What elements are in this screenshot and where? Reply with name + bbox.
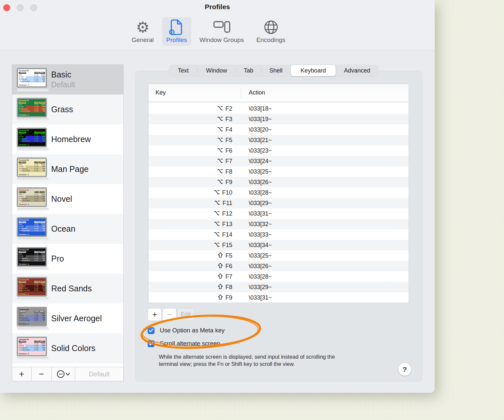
option-key-icon [214, 221, 220, 226]
tab-tab[interactable]: Tab [236, 65, 261, 76]
thumbnail-reflection [17, 238, 49, 241]
shortcut-table-row[interactable]: F9 \033[31~ [149, 292, 409, 303]
shortcut-table-row[interactable]: F14 \033[33~ [149, 229, 409, 240]
profile-list-item-solid-colors[interactable]: Terminal3# COMMAND %CPU RPRVT top 4.1% 2… [12, 333, 123, 363]
shift-key-icon [218, 284, 223, 289]
shortcut-key-cell: F15 [149, 242, 241, 249]
scroll-alternate-screen-row: Scroll alternate screen [148, 340, 220, 347]
profile-thumbnail: Terminal3# COMMAND %CPU RPRVT top 4.1% 2… [17, 247, 47, 270]
shortcut-table-row[interactable]: F5 \033[25~ [149, 250, 409, 261]
shortcut-table-row[interactable]: F15 \033[34~ [149, 240, 409, 250]
shortcut-table-row[interactable]: F13 \033[32~ [149, 219, 409, 229]
shortcut-key-cell: F5 [149, 252, 241, 259]
shift-key-icon [218, 263, 223, 268]
use-option-as-meta-key-checkbox[interactable] [148, 327, 155, 334]
more-options-button[interactable] [52, 367, 75, 381]
tab-window[interactable]: Window [198, 65, 236, 76]
profile-thumbnail: Terminal3# COMMAND %CPU RPRVT top 4.1% 2… [17, 158, 47, 181]
option-key-icon [217, 148, 223, 153]
keyboard-shortcut-table: Key Action F2 \033[18~ F3 \033[19~ F4 \0… [148, 84, 409, 303]
tab-shell[interactable]: Shell [262, 65, 290, 76]
shortcut-key-cell: F8 [149, 168, 241, 175]
profile-list-item-pro[interactable]: Terminal3# COMMAND %CPU RPRVT top 4.1% 2… [12, 244, 123, 274]
thumbnail-reflection [17, 297, 49, 300]
shortcut-action-cell: \033[20~ [241, 126, 272, 133]
profile-list-item-basic[interactable]: Terminal3# COMMAND %CPU RPRVT top 4.1% 2… [12, 65, 123, 94]
checkmark-icon [149, 329, 153, 332]
tab-advanced[interactable]: Advanced [336, 65, 378, 76]
shortcut-table-row[interactable]: F3 \033[19~ [149, 114, 409, 124]
shortcut-table-row[interactable]: F4 \033[20~ [149, 124, 409, 135]
toolbar-item-encodings[interactable]: Encodings [252, 17, 290, 46]
toolbar-item-general[interactable]: ⚙ General [127, 17, 158, 46]
shortcut-key-cell: F6 [149, 147, 241, 154]
remove-profile-button[interactable]: − [32, 367, 52, 381]
shortcut-key-cell: F10 [149, 189, 241, 196]
column-header-action[interactable]: Action [249, 89, 265, 96]
thumbnail-reflection [17, 267, 49, 270]
shortcut-table-row[interactable]: F10 \033[28~ [149, 187, 409, 198]
shortcut-table-row[interactable]: F7 \033[28~ [149, 271, 409, 282]
shortcut-table-row[interactable]: F8 \033[29~ [149, 282, 409, 292]
toolbar-item-profiles[interactable]: ⚙ Profiles [162, 17, 191, 46]
alternate-screen-description: While the alternate screen is displayed,… [159, 353, 335, 368]
shortcut-table-row[interactable]: F7 \033[24~ [149, 156, 409, 166]
add-shortcut-button[interactable]: + [148, 308, 162, 321]
column-divider[interactable] [241, 88, 241, 97]
shortcut-action-cell: \033[26~ [241, 263, 272, 270]
shortcut-action-cell: \033[31~ [241, 210, 272, 217]
thumbnail-reflection [17, 327, 49, 330]
shortcut-table-row[interactable]: F5 \033[21~ [149, 135, 409, 145]
shortcut-list-buttons: + − Edit [148, 308, 195, 321]
thumbnail-reflection [17, 88, 49, 91]
profile-list-item-novel[interactable]: Terminal3# COMMAND %CPU RPRVT top 4.1% 2… [12, 184, 123, 214]
shortcut-action-cell: \033[34~ [241, 242, 272, 249]
shortcut-action-cell: \033[28~ [241, 273, 272, 280]
option-key-icon [217, 137, 223, 142]
shortcut-key-cell: F9 [149, 294, 241, 301]
shortcut-action-cell: \033[18~ [241, 105, 272, 112]
option-key-icon [214, 211, 220, 216]
profile-list-item-silver-aerogel[interactable]: Terminal3# COMMAND %CPU RPRVT top 4.1% 2… [12, 304, 123, 333]
remove-shortcut-button[interactable]: − [162, 308, 177, 321]
profile-list-item-grass[interactable]: Terminal3# COMMAND %CPU RPRVT top 4.1% 2… [12, 94, 123, 124]
shortcut-table-row[interactable]: F2 \033[18~ [149, 103, 409, 114]
option-key-icon [214, 242, 220, 247]
shortcut-table-row[interactable]: F6 \033[23~ [149, 145, 409, 156]
toolbar-item-window-groups[interactable]: Window Groups [195, 17, 248, 46]
edit-shortcut-button[interactable]: Edit [177, 308, 194, 321]
question-mark-icon: ? [403, 366, 407, 373]
tab-keyboard[interactable]: Keyboard [291, 65, 336, 76]
default-profile-button[interactable]: Default [75, 367, 123, 381]
help-button[interactable]: ? [398, 363, 411, 376]
option-key-icon [217, 169, 223, 174]
shortcut-table-row[interactable]: F9 \033[26~ [149, 177, 409, 187]
tab-text[interactable]: Text [169, 65, 197, 76]
window-groups-icon [213, 19, 230, 35]
profile-name: Novel [51, 194, 72, 204]
profile-name: Silver Aerogel [51, 314, 102, 323]
shortcut-key-cell: F5 [149, 137, 241, 144]
profile-list-item-homebrew[interactable]: Terminal3# COMMAND %CPU RPRVT top 4.1% 2… [12, 124, 123, 154]
profile-list: Terminal3# COMMAND %CPU RPRVT top 4.1% 2… [12, 64, 124, 367]
shortcut-key-cell: F14 [149, 231, 241, 238]
shortcut-table-row[interactable]: F8 \033[25~ [149, 166, 409, 177]
shortcut-action-cell: \033[32~ [241, 221, 272, 228]
shortcut-key-cell: F7 [149, 158, 241, 165]
option-key-icon [214, 232, 220, 237]
profile-list-item-ocean[interactable]: Terminal3# COMMAND %CPU RPRVT top 4.1% 2… [12, 214, 123, 244]
toolbar: ⚙ General ⚙ Profiles [127, 17, 290, 46]
profile-list-item-man-page[interactable]: Terminal3# COMMAND %CPU RPRVT top 4.1% 2… [12, 154, 123, 184]
shift-key-icon [218, 294, 223, 300]
scroll-alternate-screen-checkbox[interactable] [148, 340, 155, 347]
add-profile-button[interactable]: + [12, 367, 32, 381]
column-header-key[interactable]: Key [149, 89, 166, 96]
option-key-icon [214, 190, 220, 195]
shortcut-table-row[interactable]: F6 \033[26~ [149, 261, 409, 271]
option-key-icon [217, 106, 223, 111]
shortcut-action-cell: \033[23~ [241, 147, 272, 154]
shortcut-table-row[interactable]: F12 \033[31~ [149, 208, 409, 219]
shortcut-table-row[interactable]: F11 \033[29~ [149, 198, 409, 208]
profile-list-item-red-sands[interactable]: Terminal3# COMMAND %CPU RPRVT top 4.1% 2… [12, 274, 123, 304]
option-key-icon [217, 116, 223, 121]
